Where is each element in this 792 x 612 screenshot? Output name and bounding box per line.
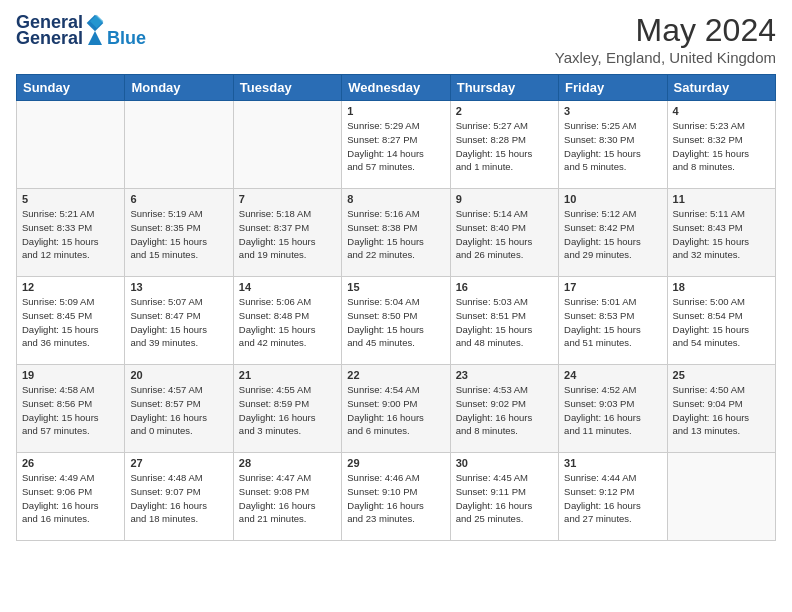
week-row-4: 19Sunrise: 4:58 AMSunset: 8:56 PMDayligh…	[17, 365, 776, 453]
calendar-cell: 20Sunrise: 4:57 AMSunset: 8:57 PMDayligh…	[125, 365, 233, 453]
calendar-cell: 26Sunrise: 4:49 AMSunset: 9:06 PMDayligh…	[17, 453, 125, 541]
day-info-line: Sunset: 9:04 PM	[673, 398, 743, 409]
day-info-line: Sunrise: 5:12 AM	[564, 208, 636, 219]
day-number: 11	[673, 193, 770, 205]
day-number: 8	[347, 193, 444, 205]
calendar-cell: 6Sunrise: 5:19 AMSunset: 8:35 PMDaylight…	[125, 189, 233, 277]
logo: General General Blue	[16, 12, 146, 49]
day-info: Sunrise: 4:57 AMSunset: 8:57 PMDaylight:…	[130, 383, 227, 438]
calendar-cell	[233, 101, 341, 189]
day-info-line: Sunrise: 4:46 AM	[347, 472, 419, 483]
calendar-table: Sunday Monday Tuesday Wednesday Thursday…	[16, 74, 776, 541]
day-info-line: Daylight: 16 hours	[130, 500, 207, 511]
day-info-line: Sunrise: 5:19 AM	[130, 208, 202, 219]
day-number: 20	[130, 369, 227, 381]
day-info-line: Daylight: 15 hours	[456, 324, 533, 335]
logo-triangle-icon	[84, 27, 106, 49]
calendar-cell: 2Sunrise: 5:27 AMSunset: 8:28 PMDaylight…	[450, 101, 558, 189]
calendar-cell: 28Sunrise: 4:47 AMSunset: 9:08 PMDayligh…	[233, 453, 341, 541]
day-info-line: and 0 minutes.	[130, 425, 192, 436]
calendar-cell: 1Sunrise: 5:29 AMSunset: 8:27 PMDaylight…	[342, 101, 450, 189]
day-info-line: Daylight: 15 hours	[347, 236, 424, 247]
day-number: 21	[239, 369, 336, 381]
day-info-line: Sunset: 9:02 PM	[456, 398, 526, 409]
week-row-2: 5Sunrise: 5:21 AMSunset: 8:33 PMDaylight…	[17, 189, 776, 277]
calendar-cell: 5Sunrise: 5:21 AMSunset: 8:33 PMDaylight…	[17, 189, 125, 277]
day-info-line: Daylight: 15 hours	[456, 236, 533, 247]
day-info: Sunrise: 5:01 AMSunset: 8:53 PMDaylight:…	[564, 295, 661, 350]
day-info-line: Sunrise: 5:18 AM	[239, 208, 311, 219]
day-info-line: Daylight: 16 hours	[22, 500, 99, 511]
day-info: Sunrise: 5:07 AMSunset: 8:47 PMDaylight:…	[130, 295, 227, 350]
day-info-line: and 18 minutes.	[130, 513, 198, 524]
day-info-line: Sunrise: 5:09 AM	[22, 296, 94, 307]
col-thursday: Thursday	[450, 75, 558, 101]
col-monday: Monday	[125, 75, 233, 101]
day-info: Sunrise: 5:19 AMSunset: 8:35 PMDaylight:…	[130, 207, 227, 262]
day-info-line: and 29 minutes.	[564, 249, 632, 260]
day-info-line: and 15 minutes.	[130, 249, 198, 260]
day-info-line: Sunset: 9:00 PM	[347, 398, 417, 409]
day-info: Sunrise: 4:58 AMSunset: 8:56 PMDaylight:…	[22, 383, 119, 438]
day-info-line: Sunrise: 4:53 AM	[456, 384, 528, 395]
day-info-line: Daylight: 16 hours	[239, 412, 316, 423]
day-number: 22	[347, 369, 444, 381]
day-info-line: Sunrise: 4:58 AM	[22, 384, 94, 395]
calendar-cell: 21Sunrise: 4:55 AMSunset: 8:59 PMDayligh…	[233, 365, 341, 453]
day-info: Sunrise: 4:44 AMSunset: 9:12 PMDaylight:…	[564, 471, 661, 526]
day-info-line: Sunrise: 5:27 AM	[456, 120, 528, 131]
day-info: Sunrise: 4:48 AMSunset: 9:07 PMDaylight:…	[130, 471, 227, 526]
day-info-line: Sunset: 8:30 PM	[564, 134, 634, 145]
calendar-cell: 9Sunrise: 5:14 AMSunset: 8:40 PMDaylight…	[450, 189, 558, 277]
day-number: 3	[564, 105, 661, 117]
day-info-line: Sunset: 8:47 PM	[130, 310, 200, 321]
day-info: Sunrise: 5:14 AMSunset: 8:40 PMDaylight:…	[456, 207, 553, 262]
calendar-cell: 24Sunrise: 4:52 AMSunset: 9:03 PMDayligh…	[559, 365, 667, 453]
day-number: 18	[673, 281, 770, 293]
day-info-line: and 8 minutes.	[456, 425, 518, 436]
calendar-cell	[17, 101, 125, 189]
day-info-line: Sunset: 8:37 PM	[239, 222, 309, 233]
day-info-line: and 48 minutes.	[456, 337, 524, 348]
day-info-line: Sunset: 9:11 PM	[456, 486, 526, 497]
day-info-line: Sunrise: 4:47 AM	[239, 472, 311, 483]
day-info-line: Sunset: 8:40 PM	[456, 222, 526, 233]
day-info-line: Sunrise: 4:54 AM	[347, 384, 419, 395]
day-info-line: Sunset: 8:50 PM	[347, 310, 417, 321]
week-row-5: 26Sunrise: 4:49 AMSunset: 9:06 PMDayligh…	[17, 453, 776, 541]
day-info-line: Sunset: 8:48 PM	[239, 310, 309, 321]
day-number: 31	[564, 457, 661, 469]
day-info-line: Sunrise: 4:45 AM	[456, 472, 528, 483]
day-info-line: Sunrise: 4:55 AM	[239, 384, 311, 395]
day-number: 2	[456, 105, 553, 117]
day-info-line: Daylight: 16 hours	[239, 500, 316, 511]
day-number: 26	[22, 457, 119, 469]
day-number: 12	[22, 281, 119, 293]
day-info-line: Sunrise: 5:23 AM	[673, 120, 745, 131]
day-info-line: Sunrise: 5:01 AM	[564, 296, 636, 307]
day-info-line: Daylight: 16 hours	[456, 412, 533, 423]
page-header: General General Blue May 2024 Yaxley, En…	[16, 12, 776, 66]
calendar-header-row: Sunday Monday Tuesday Wednesday Thursday…	[17, 75, 776, 101]
day-number: 16	[456, 281, 553, 293]
day-info-line: Daylight: 15 hours	[239, 236, 316, 247]
calendar-cell: 19Sunrise: 4:58 AMSunset: 8:56 PMDayligh…	[17, 365, 125, 453]
day-info-line: Sunrise: 5:06 AM	[239, 296, 311, 307]
day-info-line: and 51 minutes.	[564, 337, 632, 348]
day-info-line: and 11 minutes.	[564, 425, 632, 436]
day-info: Sunrise: 4:54 AMSunset: 9:00 PMDaylight:…	[347, 383, 444, 438]
calendar-cell: 7Sunrise: 5:18 AMSunset: 8:37 PMDaylight…	[233, 189, 341, 277]
day-info: Sunrise: 5:29 AMSunset: 8:27 PMDaylight:…	[347, 119, 444, 174]
day-info-line: Sunset: 8:54 PM	[673, 310, 743, 321]
day-info-line: Daylight: 15 hours	[673, 324, 750, 335]
day-info-line: Daylight: 16 hours	[673, 412, 750, 423]
logo-blue-word: Blue	[107, 28, 146, 49]
day-info-line: and 12 minutes.	[22, 249, 90, 260]
day-number: 29	[347, 457, 444, 469]
day-info: Sunrise: 5:04 AMSunset: 8:50 PMDaylight:…	[347, 295, 444, 350]
day-info-line: and 57 minutes.	[22, 425, 90, 436]
day-info: Sunrise: 4:49 AMSunset: 9:06 PMDaylight:…	[22, 471, 119, 526]
calendar-cell: 11Sunrise: 5:11 AMSunset: 8:43 PMDayligh…	[667, 189, 775, 277]
day-number: 24	[564, 369, 661, 381]
day-info-line: Sunset: 8:27 PM	[347, 134, 417, 145]
